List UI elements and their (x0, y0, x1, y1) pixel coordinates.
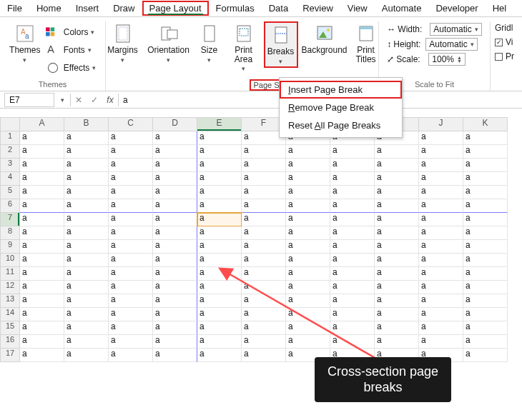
cell[interactable]: a (197, 172, 242, 186)
cell[interactable]: a (419, 281, 463, 294)
cell[interactable]: a (109, 240, 153, 254)
cell[interactable]: a (242, 240, 286, 254)
cell[interactable]: a (197, 159, 242, 172)
cell[interactable]: a (419, 159, 463, 172)
cell[interactable]: a (197, 254, 242, 267)
view-checkbox[interactable]: ✓Vi (495, 37, 514, 47)
reset-page-breaks-item[interactable]: Reset All Page Breaks (280, 116, 402, 134)
print-checkbox[interactable]: Pr (495, 51, 514, 61)
col-header[interactable]: D (153, 117, 197, 131)
cell[interactable]: a (375, 267, 419, 281)
cell[interactable]: a (330, 186, 375, 199)
cell[interactable]: a (330, 321, 375, 335)
cell[interactable]: a (286, 321, 330, 335)
cell[interactable]: a (20, 294, 64, 308)
cell[interactable]: a (153, 254, 197, 267)
col-header[interactable]: E (197, 117, 242, 131)
cell[interactable]: a (197, 281, 242, 294)
cell[interactable]: a (64, 349, 109, 362)
row-header[interactable]: 10 (0, 254, 20, 267)
tab-view[interactable]: View (340, 1, 375, 16)
cell[interactable]: a (109, 213, 153, 226)
cell[interactable]: a (20, 159, 64, 172)
cell[interactable]: a (286, 172, 330, 186)
cell[interactable]: a (109, 159, 153, 172)
cell[interactable]: a (153, 308, 197, 321)
cell[interactable]: a (153, 199, 197, 213)
cell[interactable]: a (330, 145, 375, 159)
cell[interactable]: a (109, 199, 153, 213)
cell[interactable]: a (109, 308, 153, 321)
cell[interactable]: a (153, 213, 197, 226)
tab-insert[interactable]: Insert (69, 1, 107, 16)
cell[interactable]: a (419, 199, 463, 213)
cell[interactable]: a (330, 294, 375, 308)
cell[interactable]: a (375, 159, 419, 172)
cell[interactable]: a (20, 267, 64, 281)
cell[interactable]: a (242, 321, 286, 335)
cell[interactable]: a (463, 349, 508, 362)
cell[interactable]: a (64, 335, 109, 349)
row-header[interactable]: 2 (0, 145, 20, 159)
cell[interactable]: a (419, 131, 463, 145)
cell[interactable]: a (64, 281, 109, 294)
chevron-down-icon[interactable]: ▾ (61, 96, 64, 104)
cell[interactable]: a (375, 240, 419, 254)
tab-home[interactable]: Home (29, 1, 69, 16)
cell[interactable]: a (20, 281, 64, 294)
tab-page-layout[interactable]: Page Layout (142, 1, 209, 16)
cell[interactable]: a (64, 145, 109, 159)
cell[interactable]: a (463, 321, 508, 335)
tab-formulas[interactable]: Formulas (209, 1, 262, 16)
cell[interactable]: a (242, 308, 286, 321)
cell[interactable]: a (330, 335, 375, 349)
col-header[interactable]: C (109, 117, 153, 131)
cell[interactable]: a (197, 131, 242, 145)
cell[interactable]: a (419, 240, 463, 254)
cell[interactable]: a (197, 267, 242, 281)
cell[interactable]: a (242, 186, 286, 199)
cell[interactable]: a (20, 349, 64, 362)
cell[interactable]: a (330, 308, 375, 321)
cell[interactable]: a (153, 267, 197, 281)
cell[interactable]: a (419, 186, 463, 199)
cell[interactable]: a (197, 186, 242, 199)
tab-draw[interactable]: Draw (106, 1, 142, 16)
tab-file[interactable]: File (0, 1, 29, 16)
cell[interactable]: a (20, 308, 64, 321)
cell[interactable]: a (153, 145, 197, 159)
cell[interactable]: a (375, 186, 419, 199)
row-header[interactable]: 15 (0, 321, 20, 335)
cell[interactable]: a (109, 145, 153, 159)
cell[interactable]: a (375, 145, 419, 159)
cell[interactable]: a (109, 321, 153, 335)
enter-icon[interactable]: ✓ (87, 93, 102, 107)
row-header[interactable]: 17 (0, 349, 20, 362)
cell[interactable]: a (463, 159, 508, 172)
cell[interactable]: a (197, 199, 242, 213)
cell[interactable]: a (375, 213, 419, 226)
cell[interactable]: a (64, 308, 109, 321)
row-header[interactable]: 16 (0, 335, 20, 349)
height-select[interactable]: Automatic▾ (425, 38, 477, 51)
cell[interactable]: a (286, 267, 330, 281)
row-header[interactable]: 12 (0, 281, 20, 294)
cell[interactable]: a (64, 240, 109, 254)
cell[interactable]: a (375, 281, 419, 294)
cell[interactable]: a (419, 294, 463, 308)
cell[interactable]: a (242, 294, 286, 308)
cell[interactable]: a (463, 145, 508, 159)
cell[interactable]: a (20, 131, 64, 145)
insert-page-break-item[interactable]: Insert Page Break (280, 81, 402, 99)
cell[interactable]: a (463, 199, 508, 213)
cell[interactable]: a (64, 199, 109, 213)
cell[interactable]: a (463, 254, 508, 267)
cell[interactable]: a (109, 267, 153, 281)
cell[interactable]: a (286, 240, 330, 254)
name-box[interactable]: E7 (4, 93, 54, 107)
size-button[interactable]: Size▾ (195, 21, 224, 64)
cell[interactable]: a (375, 226, 419, 240)
cell[interactable]: a (419, 254, 463, 267)
cancel-icon[interactable]: ✕ (71, 93, 87, 107)
cell[interactable]: a (419, 226, 463, 240)
